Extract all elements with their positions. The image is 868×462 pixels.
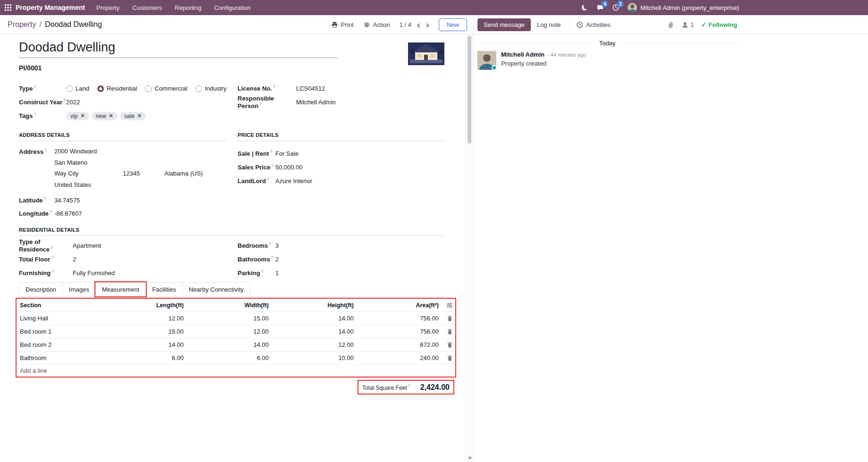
message-avatar	[477, 51, 496, 70]
remove-tag-icon[interactable]: ✕	[137, 113, 142, 118]
latitude-value[interactable]: 34.74575	[54, 197, 80, 204]
bedrooms-value[interactable]: 3	[275, 242, 279, 249]
address-lines[interactable]: 2000 Windward San Mateno Way City 12345 …	[54, 146, 203, 190]
type-radio-commercial[interactable]: Commercial	[145, 85, 187, 92]
type-radio-residential[interactable]: Residential	[97, 85, 137, 92]
messages-button[interactable]: 4	[596, 4, 604, 11]
field-address: Address 2000 Windward San Mateno Way Cit…	[19, 146, 229, 190]
trash-icon	[447, 315, 453, 322]
responsible-person-value[interactable]: Mitchell Admin	[296, 99, 336, 106]
tab-description[interactable]: Description	[19, 282, 63, 296]
type-radio-land[interactable]: Land	[66, 85, 89, 92]
menu-configuration[interactable]: Configuration	[214, 4, 250, 11]
row-width: 12.00	[184, 328, 269, 335]
field-group-main-right: License No. LCS04512 Responsible Person …	[238, 82, 444, 109]
table-row[interactable]: Bathroom 6.00 6.00 10.00 240.00	[17, 351, 455, 364]
tab-images[interactable]: Images	[62, 282, 96, 296]
type-radio-industry[interactable]: Industry	[196, 85, 227, 92]
activities-button[interactable]: Activities	[570, 18, 616, 31]
menu-reporting[interactable]: Reporting	[175, 4, 201, 11]
app-switcher[interactable]: Property Management	[5, 4, 85, 11]
total-floor-value[interactable]: 2	[73, 256, 76, 263]
property-title-field[interactable]: Doodad Dwelling	[19, 40, 338, 58]
vertical-scrollbar[interactable]	[466, 34, 473, 462]
row-width: 14.00	[184, 341, 269, 348]
field-total-floor: Total Floor 2	[19, 252, 229, 266]
field-parking: Parking 1	[238, 266, 444, 280]
table-row[interactable]: Bed room 1 15.00 12.00 14.00 756.00	[17, 325, 455, 338]
landlord-value[interactable]: Azure Interior	[275, 177, 312, 185]
delete-row-button[interactable]	[439, 342, 453, 348]
new-button[interactable]: New	[439, 18, 467, 31]
following-button[interactable]: ✓ Following	[701, 21, 737, 28]
delete-row-button[interactable]	[439, 315, 453, 322]
type-of-residence-value[interactable]: Apartment	[73, 242, 101, 249]
optional-columns-toggle[interactable]	[439, 302, 453, 309]
message-author[interactable]: Mitchell Admin	[501, 51, 545, 58]
remove-tag-icon[interactable]: ✕	[80, 113, 85, 118]
dark-mode-toggle[interactable]	[581, 4, 588, 11]
add-a-line-link[interactable]: Add a line	[20, 367, 47, 374]
table-row[interactable]: Bed room 2 14.00 14.00 12.00 672.00	[17, 338, 455, 351]
followers-button[interactable]: 1	[681, 21, 694, 28]
remove-tag-icon[interactable]: ✕	[109, 113, 113, 118]
total-square-feet-value: 2,424.00	[420, 383, 450, 392]
col-area[interactable]: Area(ft²)	[354, 302, 439, 309]
print-button[interactable]: Print	[331, 21, 354, 28]
scroll-down-icon[interactable]	[468, 457, 472, 460]
log-note-button[interactable]: Log note	[531, 18, 567, 31]
activities-systray-button[interactable]: 2	[612, 4, 620, 11]
col-height[interactable]: Height(ft)	[269, 302, 354, 309]
action-button[interactable]: Action	[363, 21, 390, 28]
construct-year-value[interactable]: 2022	[66, 99, 80, 106]
longitude-value[interactable]: -86.67607	[54, 210, 82, 217]
app-name: Property Management	[16, 4, 85, 11]
latitude-label: Latitude	[19, 196, 54, 204]
breadcrumb-parent[interactable]: Property	[8, 20, 36, 28]
parking-value[interactable]: 1	[275, 269, 279, 277]
field-type: Type Land Residential Commercial Industr…	[19, 82, 229, 95]
col-length[interactable]: Length(ft)	[99, 302, 184, 309]
field-latitude: Latitude 34.74575	[19, 193, 229, 207]
send-message-button[interactable]: Send message	[477, 18, 531, 31]
pager-previous-icon[interactable]: ‹	[417, 20, 420, 29]
message-thread: Today Mitchell Admin 44 minutes ago Prop…	[474, 40, 741, 73]
tag-pill[interactable]: new✕	[92, 112, 118, 120]
tab-nearby-connectivity[interactable]: Nearby Connectivity	[182, 282, 250, 296]
tags-list[interactable]: vip✕ new✕ sale✕	[66, 112, 146, 120]
row-height: 10.00	[269, 354, 354, 361]
address-city: Way City	[54, 170, 123, 177]
user-name: Mitchell Admin (property_enterprise)	[640, 4, 739, 11]
menu-property[interactable]: Property	[96, 4, 119, 11]
chatter-side-icons: 1 ✓ Following	[667, 21, 737, 28]
tab-facilities[interactable]: Facilities	[145, 282, 183, 296]
breadcrumb-current: Doodad Dwelling	[45, 20, 102, 28]
property-image[interactable]	[408, 42, 444, 65]
sale-rent-value[interactable]: For Sale	[275, 150, 298, 157]
delete-row-button[interactable]	[439, 355, 453, 361]
attach-files-button[interactable]	[667, 21, 674, 28]
divider-line	[621, 43, 737, 43]
pager-next-icon[interactable]: ›	[426, 20, 429, 29]
longitude-label: Longitude	[19, 210, 54, 217]
col-width[interactable]: Width(ft)	[184, 302, 269, 309]
license-no-value[interactable]: LCS04512	[296, 85, 325, 92]
tag-pill[interactable]: sale✕	[120, 112, 146, 120]
sales-price-value[interactable]: 50,000.00	[275, 164, 303, 171]
delete-row-button[interactable]	[439, 328, 453, 335]
scrollbar-thumb[interactable]	[468, 36, 471, 143]
furnishing-value[interactable]: Fully Furnished	[73, 269, 115, 277]
tab-measurement[interactable]: Measurement	[95, 282, 146, 296]
radio-circle-icon	[145, 85, 152, 92]
bathrooms-value[interactable]: 2	[275, 256, 279, 263]
address-country: United States	[54, 179, 203, 191]
menu-customers[interactable]: Customers	[132, 4, 162, 11]
user-menu[interactable]: Mitchell Admin (property_enterprise)	[628, 3, 739, 12]
message-content: Mitchell Admin 44 minutes ago Property c…	[501, 51, 586, 70]
table-row[interactable]: Living Hall 12.00 15.00 14.00 756.00	[17, 311, 455, 325]
radio-circle-icon	[196, 85, 202, 92]
col-section[interactable]: Section	[19, 302, 99, 309]
type-option-label: Industry	[205, 85, 227, 92]
tag-pill[interactable]: vip✕	[66, 112, 89, 120]
tag-text: new	[96, 113, 106, 119]
